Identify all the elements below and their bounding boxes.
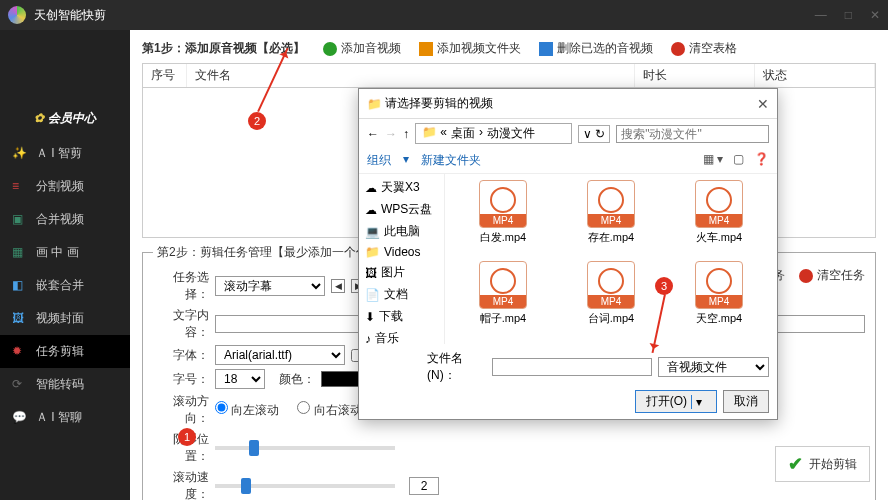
clear-table-button[interactable]: 清空表格 xyxy=(671,40,737,57)
sidebar-icon: ◧ xyxy=(12,278,28,294)
sidebar-item-2[interactable]: ▣合并视频 xyxy=(0,203,130,236)
file-item[interactable]: MP4存在.mp4 xyxy=(559,180,663,257)
col-name: 文件名 xyxy=(187,64,635,87)
color-picker[interactable] xyxy=(321,371,361,387)
dir-left-radio[interactable]: 向左滚动 xyxy=(215,401,279,419)
help-button[interactable]: ❓ xyxy=(754,152,769,169)
font-label: 字体： xyxy=(153,347,209,364)
table-header: 序号 文件名 时长 状态 xyxy=(142,63,876,88)
file-item[interactable]: MP4天空.mp4 xyxy=(667,261,771,338)
tree-label: Videos xyxy=(384,245,420,259)
tree-item[interactable]: ⬇下载 xyxy=(363,307,440,326)
file-name: 帽子.mp4 xyxy=(480,311,526,326)
sidebar-item-5[interactable]: 🖼视频封面 xyxy=(0,302,130,335)
new-folder-button[interactable]: 新建文件夹 xyxy=(421,152,481,169)
col-duration: 时长 xyxy=(635,64,755,87)
speed-value[interactable] xyxy=(409,477,439,495)
task-prev-button[interactable]: ◀ xyxy=(331,279,345,293)
tree-icon: 📁 xyxy=(365,245,380,259)
filename-input[interactable] xyxy=(492,358,652,376)
sidebar-item-label: 分割视频 xyxy=(36,178,84,195)
close-button[interactable]: ✕ xyxy=(870,8,880,22)
view-button[interactable]: ▦ ▾ xyxy=(703,152,723,169)
app-logo-icon xyxy=(8,6,26,24)
tree-item[interactable]: ☁WPS云盘 xyxy=(363,200,440,219)
tree-icon: ⬇ xyxy=(365,310,375,324)
sidebar-item-label: 智能转码 xyxy=(36,376,84,393)
sidebar-item-7[interactable]: ⟳智能转码 xyxy=(0,368,130,401)
file-icon: MP4 xyxy=(587,261,635,309)
dir-right-radio[interactable]: 向右滚动 xyxy=(297,401,361,419)
maximize-button[interactable]: □ xyxy=(845,8,852,22)
dialog-close-button[interactable]: ✕ xyxy=(757,96,769,112)
add-media-button[interactable]: 添加音视频 xyxy=(323,40,401,57)
size-select[interactable]: 18 xyxy=(215,369,265,389)
file-name: 台词.mp4 xyxy=(588,311,634,326)
file-name: 天空.mp4 xyxy=(696,311,742,326)
breadcrumb[interactable]: 📁 « 桌面 › 动漫文件 xyxy=(415,123,572,144)
sidebar-icon: 💬 xyxy=(12,410,28,426)
tree-icon: 🖼 xyxy=(365,266,377,280)
tree-label: 下载 xyxy=(379,308,403,325)
tree-item[interactable]: ♪音乐 xyxy=(363,329,440,344)
sidebar-icon: ▦ xyxy=(12,245,28,261)
file-filter-select[interactable]: 音视频文件 xyxy=(658,357,769,377)
speed-slider[interactable] xyxy=(215,484,395,488)
sidebar-item-3[interactable]: ▦画 中 画 xyxy=(0,236,130,269)
delete-selected-button[interactable]: 删除已选的音视频 xyxy=(539,40,653,57)
dialog-title: 请选择要剪辑的视频 xyxy=(385,95,493,112)
file-dialog: 📁 请选择要剪辑的视频 ✕ ← → ↑ 📁 « 桌面 › 动漫文件 ∨ ↻ 组织… xyxy=(358,88,778,420)
sidebar-icon: ✨ xyxy=(12,146,28,162)
preview-button[interactable]: ▢ xyxy=(733,152,744,169)
tree-item[interactable]: 💻此电脑 xyxy=(363,222,440,241)
start-clip-button[interactable]: ✔ 开始剪辑 xyxy=(775,446,870,482)
organize-button[interactable]: 组织 xyxy=(367,152,391,169)
file-icon: MP4 xyxy=(479,261,527,309)
cancel-button[interactable]: 取消 xyxy=(723,390,769,413)
tree-item[interactable]: 📄文档 xyxy=(363,285,440,304)
file-item[interactable]: MP4台词.mp4 xyxy=(559,261,663,338)
sidebar-item-1[interactable]: ≡分割视频 xyxy=(0,170,130,203)
file-item[interactable]: MP4帽子.mp4 xyxy=(451,261,555,338)
tree-label: 文档 xyxy=(384,286,408,303)
sidebar-item-label: Ａ I 智剪 xyxy=(36,145,82,162)
sidebar-item-4[interactable]: ◧嵌套合并 xyxy=(0,269,130,302)
add-folder-button[interactable]: 添加视频文件夹 xyxy=(419,40,521,57)
sidebar-item-label: 视频封面 xyxy=(36,310,84,327)
shadow-slider[interactable] xyxy=(215,446,395,450)
tree-label: 天翼X3 xyxy=(381,179,420,196)
font-select[interactable]: Arial(arial.ttf) xyxy=(215,345,345,365)
sidebar-icon: ⟳ xyxy=(12,377,28,393)
file-item[interactable]: MP4火车.mp4 xyxy=(667,180,771,257)
sidebar-user-area xyxy=(0,38,130,98)
window-controls: — □ ✕ xyxy=(815,8,880,22)
sidebar-item-8[interactable]: 💬Ａ I 智聊 xyxy=(0,401,130,434)
sidebar-item-0[interactable]: ✨Ａ I 智剪 xyxy=(0,137,130,170)
search-input[interactable] xyxy=(616,125,769,143)
tree-item[interactable]: 📁Videos xyxy=(363,244,440,260)
sidebar-icon: ▣ xyxy=(12,212,28,228)
speed-label: 滚动速度： xyxy=(153,469,209,500)
direction-label: 滚动方向： xyxy=(153,393,209,427)
sidebar-item-label: 任务剪辑 xyxy=(36,343,84,360)
step1-row: 第1步：添加原音视频【必选】 添加音视频 添加视频文件夹 删除已选的音视频 清空… xyxy=(142,38,876,59)
sidebar-item-label: 画 中 画 xyxy=(36,244,79,261)
tree-icon: ☁ xyxy=(365,203,377,217)
nav-up-button[interactable]: ↑ xyxy=(403,127,409,141)
minimize-button[interactable]: — xyxy=(815,8,827,22)
sidebar-item-label: 合并视频 xyxy=(36,211,84,228)
folder-icon: 📁 xyxy=(367,97,382,111)
file-item[interactable]: MP4白发.mp4 xyxy=(451,180,555,257)
tree-icon: ♪ xyxy=(365,332,371,345)
nav-fwd-button[interactable]: → xyxy=(385,127,397,141)
titlebar: 天创智能快剪 — □ ✕ xyxy=(0,0,888,30)
sidebar-item-6[interactable]: ✹任务剪辑 xyxy=(0,335,130,368)
clear-tasks-button[interactable]: 清空任务 xyxy=(799,267,865,284)
tree-item[interactable]: ☁天翼X3 xyxy=(363,178,440,197)
tree-item[interactable]: 🖼图片 xyxy=(363,263,440,282)
open-button[interactable]: 打开(O)▾ xyxy=(635,390,717,413)
sidebar: ✿ 会员中心 ✨Ａ I 智剪≡分割视频▣合并视频▦画 中 画◧嵌套合并🖼视频封面… xyxy=(0,30,130,500)
nav-back-button[interactable]: ← xyxy=(367,127,379,141)
sidebar-icon: ✹ xyxy=(12,344,28,360)
task-select[interactable]: 滚动字幕 xyxy=(215,276,325,296)
